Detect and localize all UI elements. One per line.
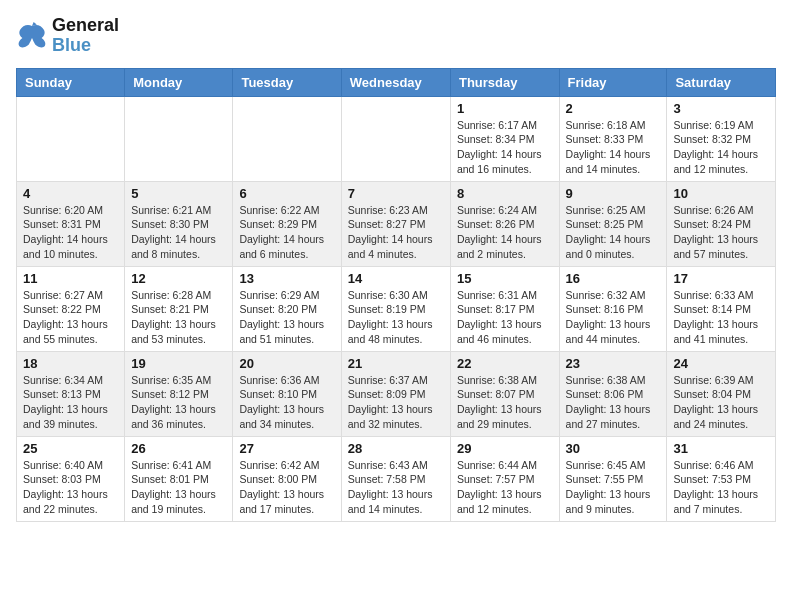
day-number: 24	[673, 356, 769, 371]
day-info: Sunrise: 6:26 AM Sunset: 8:24 PM Dayligh…	[673, 203, 769, 262]
day-header-thursday: Thursday	[450, 68, 559, 96]
calendar-cell: 18Sunrise: 6:34 AM Sunset: 8:13 PM Dayli…	[17, 351, 125, 436]
calendar-week-row: 11Sunrise: 6:27 AM Sunset: 8:22 PM Dayli…	[17, 266, 776, 351]
day-info: Sunrise: 6:43 AM Sunset: 7:58 PM Dayligh…	[348, 458, 444, 517]
day-header-tuesday: Tuesday	[233, 68, 341, 96]
calendar-table: SundayMondayTuesdayWednesdayThursdayFrid…	[16, 68, 776, 522]
day-info: Sunrise: 6:18 AM Sunset: 8:33 PM Dayligh…	[566, 118, 661, 177]
calendar-cell: 8Sunrise: 6:24 AM Sunset: 8:26 PM Daylig…	[450, 181, 559, 266]
day-info: Sunrise: 6:42 AM Sunset: 8:00 PM Dayligh…	[239, 458, 334, 517]
day-info: Sunrise: 6:36 AM Sunset: 8:10 PM Dayligh…	[239, 373, 334, 432]
day-number: 1	[457, 101, 553, 116]
day-number: 19	[131, 356, 226, 371]
day-info: Sunrise: 6:38 AM Sunset: 8:07 PM Dayligh…	[457, 373, 553, 432]
day-info: Sunrise: 6:32 AM Sunset: 8:16 PM Dayligh…	[566, 288, 661, 347]
day-info: Sunrise: 6:37 AM Sunset: 8:09 PM Dayligh…	[348, 373, 444, 432]
calendar-cell: 30Sunrise: 6:45 AM Sunset: 7:55 PM Dayli…	[559, 436, 667, 521]
day-info: Sunrise: 6:38 AM Sunset: 8:06 PM Dayligh…	[566, 373, 661, 432]
day-info: Sunrise: 6:21 AM Sunset: 8:30 PM Dayligh…	[131, 203, 226, 262]
day-info: Sunrise: 6:24 AM Sunset: 8:26 PM Dayligh…	[457, 203, 553, 262]
day-number: 30	[566, 441, 661, 456]
logo-text: General Blue	[52, 16, 119, 56]
day-number: 25	[23, 441, 118, 456]
day-number: 6	[239, 186, 334, 201]
day-header-wednesday: Wednesday	[341, 68, 450, 96]
day-number: 7	[348, 186, 444, 201]
day-number: 14	[348, 271, 444, 286]
day-info: Sunrise: 6:28 AM Sunset: 8:21 PM Dayligh…	[131, 288, 226, 347]
day-number: 2	[566, 101, 661, 116]
day-info: Sunrise: 6:33 AM Sunset: 8:14 PM Dayligh…	[673, 288, 769, 347]
calendar-cell	[341, 96, 450, 181]
day-info: Sunrise: 6:27 AM Sunset: 8:22 PM Dayligh…	[23, 288, 118, 347]
day-number: 18	[23, 356, 118, 371]
calendar-cell: 28Sunrise: 6:43 AM Sunset: 7:58 PM Dayli…	[341, 436, 450, 521]
day-number: 11	[23, 271, 118, 286]
day-number: 20	[239, 356, 334, 371]
calendar-cell: 13Sunrise: 6:29 AM Sunset: 8:20 PM Dayli…	[233, 266, 341, 351]
day-info: Sunrise: 6:23 AM Sunset: 8:27 PM Dayligh…	[348, 203, 444, 262]
calendar-cell: 27Sunrise: 6:42 AM Sunset: 8:00 PM Dayli…	[233, 436, 341, 521]
calendar-cell	[125, 96, 233, 181]
day-number: 16	[566, 271, 661, 286]
day-number: 4	[23, 186, 118, 201]
calendar-cell: 7Sunrise: 6:23 AM Sunset: 8:27 PM Daylig…	[341, 181, 450, 266]
day-info: Sunrise: 6:20 AM Sunset: 8:31 PM Dayligh…	[23, 203, 118, 262]
day-info: Sunrise: 6:25 AM Sunset: 8:25 PM Dayligh…	[566, 203, 661, 262]
day-number: 17	[673, 271, 769, 286]
calendar-cell: 3Sunrise: 6:19 AM Sunset: 8:32 PM Daylig…	[667, 96, 776, 181]
day-info: Sunrise: 6:31 AM Sunset: 8:17 PM Dayligh…	[457, 288, 553, 347]
calendar-cell: 9Sunrise: 6:25 AM Sunset: 8:25 PM Daylig…	[559, 181, 667, 266]
calendar-cell: 23Sunrise: 6:38 AM Sunset: 8:06 PM Dayli…	[559, 351, 667, 436]
day-number: 21	[348, 356, 444, 371]
calendar-cell: 20Sunrise: 6:36 AM Sunset: 8:10 PM Dayli…	[233, 351, 341, 436]
day-header-saturday: Saturday	[667, 68, 776, 96]
day-info: Sunrise: 6:44 AM Sunset: 7:57 PM Dayligh…	[457, 458, 553, 517]
day-number: 9	[566, 186, 661, 201]
day-info: Sunrise: 6:22 AM Sunset: 8:29 PM Dayligh…	[239, 203, 334, 262]
day-info: Sunrise: 6:30 AM Sunset: 8:19 PM Dayligh…	[348, 288, 444, 347]
day-info: Sunrise: 6:34 AM Sunset: 8:13 PM Dayligh…	[23, 373, 118, 432]
calendar-cell: 11Sunrise: 6:27 AM Sunset: 8:22 PM Dayli…	[17, 266, 125, 351]
day-number: 10	[673, 186, 769, 201]
logo-bird-icon	[16, 22, 48, 50]
day-number: 23	[566, 356, 661, 371]
calendar-cell: 17Sunrise: 6:33 AM Sunset: 8:14 PM Dayli…	[667, 266, 776, 351]
calendar-cell	[233, 96, 341, 181]
day-number: 22	[457, 356, 553, 371]
day-number: 27	[239, 441, 334, 456]
day-info: Sunrise: 6:19 AM Sunset: 8:32 PM Dayligh…	[673, 118, 769, 177]
calendar-cell: 26Sunrise: 6:41 AM Sunset: 8:01 PM Dayli…	[125, 436, 233, 521]
calendar-week-row: 4Sunrise: 6:20 AM Sunset: 8:31 PM Daylig…	[17, 181, 776, 266]
day-number: 15	[457, 271, 553, 286]
day-info: Sunrise: 6:17 AM Sunset: 8:34 PM Dayligh…	[457, 118, 553, 177]
calendar-cell: 14Sunrise: 6:30 AM Sunset: 8:19 PM Dayli…	[341, 266, 450, 351]
calendar-header-row: SundayMondayTuesdayWednesdayThursdayFrid…	[17, 68, 776, 96]
day-number: 8	[457, 186, 553, 201]
calendar-cell: 1Sunrise: 6:17 AM Sunset: 8:34 PM Daylig…	[450, 96, 559, 181]
calendar-week-row: 25Sunrise: 6:40 AM Sunset: 8:03 PM Dayli…	[17, 436, 776, 521]
header-section: General Blue	[16, 16, 776, 56]
calendar-cell: 22Sunrise: 6:38 AM Sunset: 8:07 PM Dayli…	[450, 351, 559, 436]
calendar-cell: 2Sunrise: 6:18 AM Sunset: 8:33 PM Daylig…	[559, 96, 667, 181]
day-number: 3	[673, 101, 769, 116]
day-header-friday: Friday	[559, 68, 667, 96]
day-info: Sunrise: 6:35 AM Sunset: 8:12 PM Dayligh…	[131, 373, 226, 432]
day-info: Sunrise: 6:40 AM Sunset: 8:03 PM Dayligh…	[23, 458, 118, 517]
day-info: Sunrise: 6:45 AM Sunset: 7:55 PM Dayligh…	[566, 458, 661, 517]
day-number: 12	[131, 271, 226, 286]
calendar-cell: 5Sunrise: 6:21 AM Sunset: 8:30 PM Daylig…	[125, 181, 233, 266]
calendar-cell: 6Sunrise: 6:22 AM Sunset: 8:29 PM Daylig…	[233, 181, 341, 266]
calendar-week-row: 1Sunrise: 6:17 AM Sunset: 8:34 PM Daylig…	[17, 96, 776, 181]
day-number: 29	[457, 441, 553, 456]
day-number: 28	[348, 441, 444, 456]
calendar-cell: 4Sunrise: 6:20 AM Sunset: 8:31 PM Daylig…	[17, 181, 125, 266]
day-number: 13	[239, 271, 334, 286]
day-number: 26	[131, 441, 226, 456]
calendar-cell: 19Sunrise: 6:35 AM Sunset: 8:12 PM Dayli…	[125, 351, 233, 436]
calendar-cell: 21Sunrise: 6:37 AM Sunset: 8:09 PM Dayli…	[341, 351, 450, 436]
calendar-cell	[17, 96, 125, 181]
day-header-monday: Monday	[125, 68, 233, 96]
calendar-cell: 12Sunrise: 6:28 AM Sunset: 8:21 PM Dayli…	[125, 266, 233, 351]
calendar-cell: 16Sunrise: 6:32 AM Sunset: 8:16 PM Dayli…	[559, 266, 667, 351]
